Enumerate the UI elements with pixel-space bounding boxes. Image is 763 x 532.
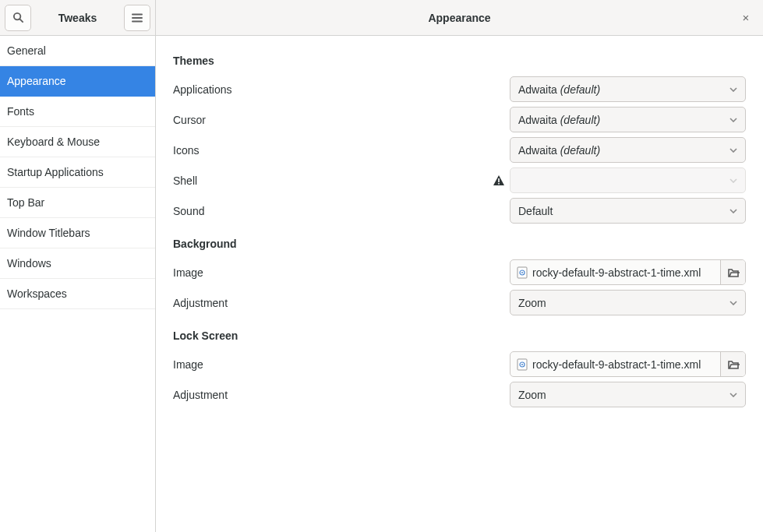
search-icon: [12, 12, 24, 23]
sidebar-item-window-titlebars[interactable]: Window Titlebars: [0, 218, 155, 248]
dropdown-shell: [510, 167, 746, 193]
dropdown-cursor[interactable]: Adwaita (default): [510, 107, 746, 132]
dropdown-icons[interactable]: Adwaita (default): [510, 137, 746, 163]
filechooser-ls-filename: rocky-default-9-abstract-1-time.xml: [532, 358, 701, 371]
dropdown-sound-value: Default: [518, 205, 729, 217]
filechooser-ls-image[interactable]: rocky-default-9-abstract-1-time.xml: [510, 351, 746, 377]
chevron-down-icon: [729, 148, 737, 153]
sidebar-item-keyboard-mouse[interactable]: Keyboard & Mouse: [0, 127, 155, 157]
chevron-down-icon: [729, 118, 737, 122]
close-button[interactable]: ×: [737, 9, 755, 27]
dropdown-bg-adjustment[interactable]: Zoom: [510, 290, 746, 315]
sidebar-item-workspaces[interactable]: Workspaces: [0, 279, 155, 309]
sidebar-item-top-bar[interactable]: Top Bar: [0, 188, 155, 218]
sidebar-item-windows[interactable]: Windows: [0, 248, 155, 279]
dropdown-ls-adjustment-value: Zoom: [518, 389, 729, 401]
app-title: Tweaks: [36, 12, 119, 24]
label-ls-adjustment: Adjustment: [173, 389, 228, 401]
search-button[interactable]: [5, 5, 31, 31]
sidebar-list: General Appearance Fonts Keyboard & Mous…: [0, 36, 155, 532]
page-title: Appearance: [428, 12, 490, 24]
file-icon: [517, 358, 528, 371]
content-area: Themes Applications Adwaita (default) Cu…: [156, 36, 763, 532]
chevron-down-icon: [729, 87, 737, 92]
sidebar-header: Tweaks: [0, 0, 155, 36]
menu-button[interactable]: [124, 5, 150, 31]
dropdown-applications-value: Adwaita (default): [518, 83, 729, 96]
row-sound: Sound Default: [173, 198, 746, 224]
svg-point-12: [521, 364, 523, 365]
label-bg-image: Image: [173, 266, 203, 279]
section-lockscreen: Lock Screen: [173, 329, 746, 342]
section-themes: Themes: [173, 55, 746, 67]
row-bg-adjustment: Adjustment Zoom: [173, 290, 746, 315]
row-cursor: Cursor Adwaita (default): [173, 107, 746, 132]
file-icon: [517, 266, 528, 279]
label-bg-adjustment: Adjustment: [173, 297, 228, 309]
filechooser-ls-browse[interactable]: [720, 352, 745, 376]
section-background: Background: [173, 238, 746, 250]
label-cursor: Cursor: [173, 114, 206, 126]
label-ls-image: Image: [173, 358, 203, 371]
dropdown-ls-adjustment[interactable]: Zoom: [510, 382, 746, 407]
filechooser-bg-image[interactable]: rocky-default-9-abstract-1-time.xml: [510, 259, 746, 285]
label-icons: Icons: [173, 144, 199, 157]
dropdown-icons-value: Adwaita (default): [518, 144, 729, 157]
hamburger-icon: [132, 13, 143, 23]
label-applications: Applications: [173, 83, 232, 96]
sidebar-item-appearance[interactable]: Appearance: [0, 66, 155, 97]
dropdown-cursor-value: Adwaita (default): [518, 114, 729, 126]
svg-line-1: [19, 19, 23, 23]
dropdown-bg-adjustment-value: Zoom: [518, 297, 729, 309]
chevron-down-icon: [729, 178, 737, 183]
filechooser-bg-browse[interactable]: [720, 260, 745, 284]
chevron-down-icon: [729, 209, 737, 213]
chevron-down-icon: [729, 301, 737, 305]
row-bg-image: Image rocky-default-9-abstract-1-time.xm…: [173, 259, 746, 285]
row-shell: Shell: [173, 167, 746, 193]
dropdown-sound[interactable]: Default: [510, 198, 746, 224]
close-icon: ×: [743, 11, 750, 24]
sidebar-item-general[interactable]: General: [0, 36, 155, 66]
main-panel: Appearance × Themes Applications Adwaita…: [156, 0, 763, 532]
row-ls-image: Image rocky-default-9-abstract-1-time.xm…: [173, 351, 746, 377]
sidebar-item-startup-applications[interactable]: Startup Applications: [0, 157, 155, 188]
svg-rect-6: [498, 183, 500, 185]
warning-icon: [493, 174, 505, 186]
svg-rect-5: [498, 178, 500, 182]
row-applications: Applications Adwaita (default): [173, 76, 746, 102]
chevron-down-icon: [729, 393, 737, 397]
sidebar: Tweaks General Appearance Fonts Keyboard…: [0, 0, 156, 532]
folder-open-icon: [727, 267, 740, 278]
folder-open-icon: [727, 359, 740, 370]
main-header: Appearance ×: [156, 0, 763, 36]
svg-point-9: [521, 272, 523, 273]
row-ls-adjustment: Adjustment Zoom: [173, 382, 746, 407]
label-sound: Sound: [173, 205, 204, 217]
dropdown-applications[interactable]: Adwaita (default): [510, 76, 746, 102]
row-icons: Icons Adwaita (default): [173, 137, 746, 163]
label-shell: Shell: [173, 174, 197, 187]
sidebar-item-fonts[interactable]: Fonts: [0, 97, 155, 127]
filechooser-bg-filename: rocky-default-9-abstract-1-time.xml: [532, 266, 701, 279]
